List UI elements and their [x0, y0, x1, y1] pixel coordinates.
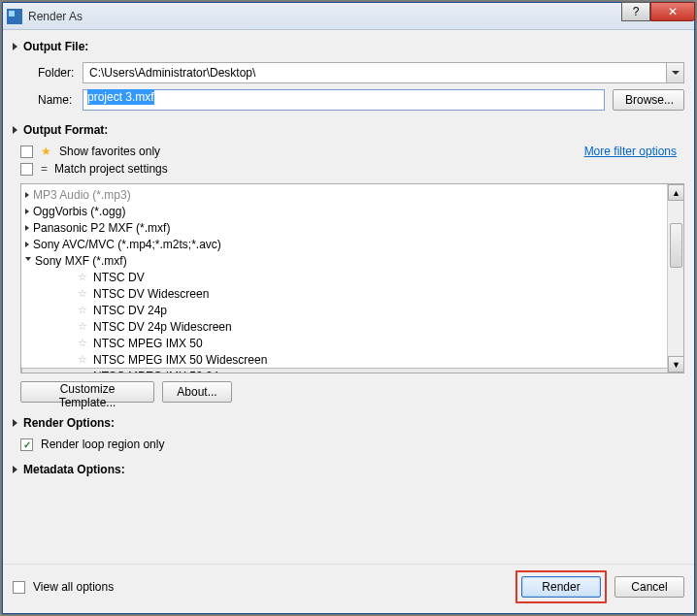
format-label: Sony MXF (*.mxf)	[35, 254, 127, 268]
show-favorites-label: Show favorites only	[59, 145, 160, 158]
format-item[interactable]: Panasonic P2 MXF (*.mxf)	[21, 219, 683, 236]
bottom-bar: View all options Render Cancel	[3, 564, 694, 613]
scroll-thumb[interactable]	[670, 223, 682, 268]
chevron-right-icon	[13, 419, 17, 427]
format-item[interactable]: OggVorbis (*.ogg)	[21, 203, 683, 219]
star-outline-icon: ☆	[78, 320, 87, 333]
section-metadata-options[interactable]: Metadata Options:	[13, 463, 684, 476]
template-label: NTSC DV Widescreen	[93, 287, 209, 301]
section-label: Render Options:	[23, 416, 115, 430]
format-label: MP3 Audio (*.mp3)	[33, 188, 131, 202]
loop-region-label: Render loop region only	[41, 438, 164, 451]
chevron-icon	[25, 192, 29, 198]
chevron-right-icon	[13, 43, 17, 50]
template-label: NTSC DV 24p Widescreen	[93, 320, 232, 334]
section-label: Output Format:	[23, 123, 108, 137]
template-label: NTSC DV 24p	[93, 304, 167, 317]
render-button[interactable]: Render	[521, 576, 601, 598]
app-icon	[7, 9, 22, 24]
section-label: Metadata Options:	[23, 463, 125, 476]
scrollbar[interactable]: ▲ ▼	[667, 184, 683, 373]
template-label: NTSC MPEG IMX 50 24p	[93, 370, 225, 374]
view-all-label: View all options	[33, 580, 114, 594]
format-item[interactable]: Sony MXF (*.mxf)	[21, 252, 683, 269]
star-outline-icon: ☆	[78, 287, 87, 300]
section-render-options[interactable]: Render Options:	[13, 416, 684, 430]
dialog-content: Output File: Folder: C:\Users\Administra…	[3, 30, 694, 564]
template-item[interactable]: ☆NTSC DV Widescreen	[21, 285, 683, 302]
star-outline-icon: ☆	[78, 353, 87, 366]
match-icon: =	[41, 162, 47, 176]
template-item[interactable]: ☆NTSC MPEG IMX 50 24p	[21, 368, 683, 373]
format-list: MP3 Audio (*.mp3)OggVorbis (*.ogg)Panaso…	[20, 183, 684, 373]
chevron-right-icon	[13, 466, 17, 473]
template-label: NTSC MPEG IMX 50	[93, 337, 203, 350]
match-project-label: Match project settings	[54, 162, 168, 176]
render-as-dialog: Render As ? ✕ Output File: Folder: C:\Us…	[2, 2, 695, 614]
section-label: Output File:	[23, 40, 88, 53]
folder-dropdown[interactable]: C:\Users\Administrator\Desktop\	[83, 62, 684, 83]
format-label: Panasonic P2 MXF (*.mxf)	[33, 221, 170, 235]
format-label: Sony AVC/MVC (*.mp4;*.m2ts;*.avc)	[33, 238, 221, 251]
render-highlight: Render	[515, 570, 607, 603]
chevron-icon	[25, 209, 29, 214]
folder-label: Folder:	[38, 66, 83, 80]
help-button[interactable]: ?	[621, 2, 650, 21]
chevron-icon	[25, 225, 29, 231]
name-value: project 3.mxf	[87, 89, 154, 105]
section-output-file[interactable]: Output File:	[13, 40, 684, 53]
view-all-checkbox[interactable]	[13, 581, 25, 594]
chevron-icon	[25, 242, 29, 247]
name-label: Name:	[38, 93, 83, 107]
customize-template-button[interactable]: Customize Template...	[20, 381, 154, 403]
template-item[interactable]: ☆NTSC MPEG IMX 50 Widescreen	[21, 351, 683, 368]
template-item[interactable]: ☆NTSC DV 24p Widescreen	[21, 318, 683, 335]
template-label: NTSC MPEG IMX 50 Widescreen	[93, 353, 267, 367]
star-outline-icon: ☆	[78, 304, 87, 316]
scroll-down-icon[interactable]: ▼	[668, 356, 684, 373]
more-filter-link[interactable]: More filter options	[584, 145, 677, 158]
section-output-format[interactable]: Output Format:	[13, 123, 684, 137]
star-outline-icon: ☆	[78, 271, 87, 283]
template-label: NTSC DV	[93, 271, 145, 284]
dropdown-arrow-icon[interactable]	[666, 63, 683, 82]
close-button[interactable]: ✕	[650, 2, 695, 21]
star-outline-icon: ☆	[78, 370, 87, 373]
template-item[interactable]: ☆NTSC DV 24p	[21, 302, 683, 318]
scroll-up-icon[interactable]: ▲	[668, 184, 684, 201]
folder-value: C:\Users\Administrator\Desktop\	[89, 66, 255, 80]
cancel-button[interactable]: Cancel	[614, 576, 684, 598]
window-title: Render As	[28, 10, 690, 23]
chevron-icon	[25, 257, 31, 264]
format-label: OggVorbis (*.ogg)	[33, 205, 125, 218]
template-item[interactable]: ☆NTSC DV	[21, 269, 683, 285]
star-outline-icon: ☆	[78, 337, 87, 349]
about-button[interactable]: About...	[162, 381, 232, 403]
titlebar[interactable]: Render As ? ✕	[3, 3, 694, 30]
browse-button[interactable]: Browse...	[613, 89, 684, 111]
format-item[interactable]: MP3 Audio (*.mp3)	[21, 186, 683, 203]
name-input[interactable]: project 3.mxf	[83, 89, 605, 111]
format-item[interactable]: Sony AVC/MVC (*.mp4;*.m2ts;*.avc)	[21, 236, 683, 252]
star-icon: ★	[41, 145, 51, 158]
match-project-checkbox[interactable]	[20, 163, 33, 176]
chevron-right-icon	[13, 126, 17, 134]
show-favorites-checkbox[interactable]	[20, 146, 33, 158]
loop-region-checkbox[interactable]	[20, 438, 33, 451]
template-item[interactable]: ☆NTSC MPEG IMX 50	[21, 335, 683, 351]
